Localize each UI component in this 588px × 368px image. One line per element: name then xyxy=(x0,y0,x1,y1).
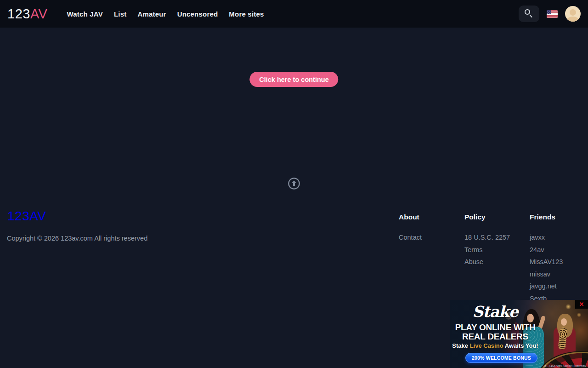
footer-link-24av[interactable]: 24av xyxy=(530,244,585,256)
nav-item-more-sites[interactable]: More sites xyxy=(229,10,264,18)
footer-column-about: About Contact xyxy=(399,213,454,244)
ad-headline-line2: REAL DEALERS xyxy=(450,332,540,341)
copyright-text: Copyright © 2026 123av.com All rights re… xyxy=(7,235,147,242)
footer-link-missav123[interactable]: MissAV123 xyxy=(530,256,585,268)
footer-link-2257[interactable]: 18 U.S.C. 2257 xyxy=(464,231,522,244)
ad-cta-button[interactable]: 200% WELCOME BONUS xyxy=(465,353,537,363)
ad-brand-logo: Stake xyxy=(458,303,532,321)
footer-column-title: About xyxy=(399,213,454,221)
footer-column-title: Friends xyxy=(530,213,585,221)
back-to-top-button[interactable] xyxy=(288,177,300,190)
footer-link-missav[interactable]: missav xyxy=(530,268,585,281)
footer-logo-av: AV xyxy=(29,209,46,223)
logo-text-123: 123 xyxy=(7,6,30,21)
user-avatar[interactable] xyxy=(565,6,581,22)
arrow-up-circle-icon xyxy=(288,177,300,190)
ad-disclaimer: 18+, T&Cs Apply, Gamble Responsibly xyxy=(543,364,586,367)
logo-text-av: AV xyxy=(30,6,48,21)
footer-link-abuse[interactable]: Abuse xyxy=(464,256,522,268)
us-flag-icon[interactable] xyxy=(547,10,558,18)
footer-link-javgg[interactable]: javgg.net xyxy=(530,280,585,293)
main-nav: Watch JAV List Amateur Uncensored More s… xyxy=(67,10,264,18)
dealer-figure xyxy=(561,318,567,326)
footer-link-contact[interactable]: Contact xyxy=(399,231,454,244)
nav-item-uncensored[interactable]: Uncensored xyxy=(177,10,218,18)
search-button[interactable] xyxy=(519,6,539,22)
footer-column-title: Policy xyxy=(464,213,522,221)
nav-item-watch-jav[interactable]: Watch JAV xyxy=(67,10,102,18)
ad-banner[interactable]: ✕ Stake PLAY ONLINE WITH REAL DEALERS St… xyxy=(450,300,588,368)
footer-link-terms[interactable]: Terms xyxy=(464,244,522,256)
footer-column-policy: Policy 18 U.S.C. 2257 Terms Abuse xyxy=(464,213,522,268)
continue-button[interactable]: Click here to continue xyxy=(249,72,338,87)
ad-tagline-highlight: Live Casino xyxy=(470,342,503,349)
footer-logo[interactable]: 123AV xyxy=(7,209,46,224)
footer-link-javxx[interactable]: javxx xyxy=(530,231,585,244)
ad-tagline-prefix: Stake xyxy=(452,342,469,349)
ad-headline-line1: PLAY ONLINE WITH xyxy=(450,323,540,332)
site-logo[interactable]: 123AV xyxy=(7,6,47,22)
nav-item-amateur[interactable]: Amateur xyxy=(137,10,166,18)
ad-close-button[interactable]: ✕ xyxy=(575,300,588,309)
ad-tagline-suffix: Awaits You! xyxy=(503,342,538,349)
ad-tagline: Stake Live Casino Awaits You! xyxy=(450,342,540,349)
navbar-right xyxy=(519,6,581,22)
ad-headline: PLAY ONLINE WITH REAL DEALERS xyxy=(450,323,540,341)
navbar: 123AV Watch JAV List Amateur Uncensored … xyxy=(0,0,588,28)
footer-column-friends: Friends javxx 24av MissAV123 missav javg… xyxy=(530,213,585,305)
nav-item-list[interactable]: List xyxy=(114,10,126,18)
footer-logo-123: 123 xyxy=(7,209,29,223)
search-icon xyxy=(525,9,530,15)
